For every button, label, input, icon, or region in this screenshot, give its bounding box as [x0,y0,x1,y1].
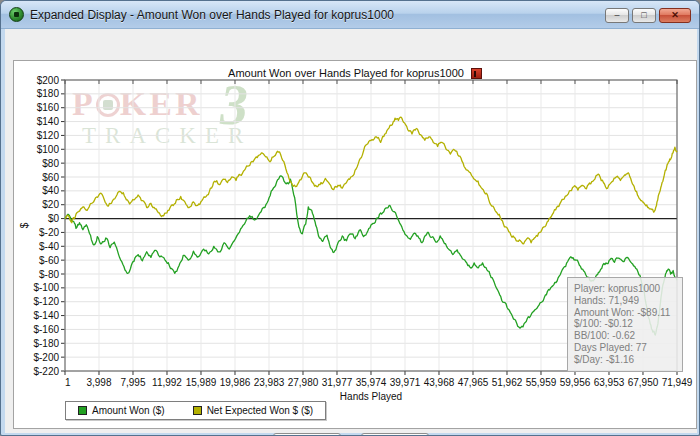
plot-area[interactable]: $-220$-200$-180$-160$-140$-120$-100$-80$… [14,61,696,428]
svg-text:$-220: $-220 [33,366,59,377]
poker-tracker-app-icon [9,7,24,22]
svg-text:43,968: 43,968 [424,377,455,388]
svg-text:19,986: 19,986 [220,377,251,388]
svg-text:Hands Played: Hands Played [340,391,402,402]
stats-tooltip: Player: koprus1000Hands: 71,949Amount Wo… [567,277,683,372]
tooltip-line: Player: koprus1000 [574,283,676,295]
svg-text:$-200: $-200 [33,352,59,363]
tooltip-line: $/Day: -$1.16 [574,354,676,366]
svg-text:$180: $180 [37,88,60,99]
svg-text:67,950: 67,950 [628,377,659,388]
svg-text:$-20: $-20 [39,227,59,238]
svg-text:71,949: 71,949 [662,377,693,388]
svg-text:1: 1 [65,377,71,388]
chart-context-menu-icon[interactable] [471,68,482,79]
legend-item: Net Expected Won $ ($) [193,405,314,416]
svg-text:$20: $20 [42,199,59,210]
svg-text:$-80: $-80 [39,269,59,280]
svg-text:$-160: $-160 [33,324,59,335]
tooltip-line: BB/100: -0.62 [574,330,676,342]
close-button[interactable]: ✕ [659,8,691,23]
svg-text:3,998: 3,998 [86,377,111,388]
svg-text:23,983: 23,983 [254,377,285,388]
legend-item: Amount Won ($) [78,405,165,416]
window-title: Expanded Display - Amount Won over Hands… [30,8,394,22]
svg-text:$-180: $-180 [33,338,59,349]
svg-text:31,977: 31,977 [322,377,353,388]
svg-text:63,953: 63,953 [594,377,625,388]
legend: Amount Won ($)Net Expected Won $ ($) [65,401,326,420]
minimize-button[interactable]: – [605,8,629,23]
tooltip-line: Hands: 71,949 [574,295,676,307]
svg-text:$140: $140 [37,116,60,127]
svg-text:55,959: 55,959 [526,377,557,388]
svg-text:$0: $0 [48,213,60,224]
svg-text:51,962: 51,962 [492,377,523,388]
svg-text:39,971: 39,971 [390,377,421,388]
titlebar[interactable]: Expanded Display - Amount Won over Hands… [1,1,699,29]
svg-text:$60: $60 [42,172,59,183]
legend-label: Amount Won ($) [92,405,165,416]
svg-text:$: $ [19,222,30,228]
chart-panel: PKER 3 TRACKER $-220$-200$-180$-160$-140… [13,60,697,429]
svg-text:7,995: 7,995 [120,377,145,388]
svg-text:$100: $100 [37,144,60,155]
svg-text:$-100: $-100 [33,282,59,293]
svg-text:15,989: 15,989 [186,377,217,388]
svg-text:$120: $120 [37,130,60,141]
tooltip-line: Amount Won: -$89.11 [574,307,676,319]
legend-label: Net Expected Won $ ($) [207,405,314,416]
svg-text:$-140: $-140 [33,310,59,321]
expanded-display-window: Expanded Display - Amount Won over Hands… [0,0,700,436]
chart-title-row: Amount Won over Hands Played for koprus1… [14,66,696,79]
tooltip-line: $/100: -$0.12 [574,318,676,330]
svg-text:$160: $160 [37,102,60,113]
window-body: PKER 3 TRACKER $-220$-200$-180$-160$-140… [5,29,697,433]
svg-text:$-120: $-120 [33,296,59,307]
svg-text:$-60: $-60 [39,255,59,266]
svg-text:11,992: 11,992 [152,377,182,388]
svg-text:35,974: 35,974 [356,377,387,388]
chart-title: Amount Won over Hands Played for koprus1… [228,67,464,79]
svg-text:27,980: 27,980 [288,377,319,388]
tooltip-line: Days Played: 77 [574,342,676,354]
svg-text:$40: $40 [42,185,59,196]
svg-text:$80: $80 [42,158,59,169]
legend-swatch-icon [193,406,202,415]
svg-text:59,956: 59,956 [560,377,591,388]
maximize-button[interactable]: □ [632,8,656,23]
svg-text:$-40: $-40 [39,241,59,252]
svg-text:47,965: 47,965 [458,377,489,388]
legend-swatch-icon [78,406,87,415]
